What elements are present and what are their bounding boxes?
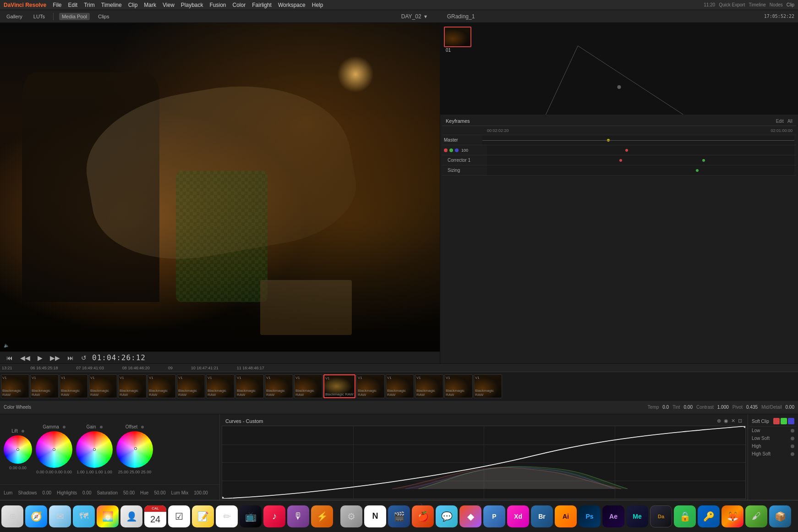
kf-dot-corrector1c[interactable]: [702, 159, 705, 162]
menu-playback[interactable]: Playback: [181, 2, 203, 8]
goto-end-btn[interactable]: ⏭: [66, 353, 76, 362]
kf-dot-corrector[interactable]: [625, 149, 628, 152]
next-frame-btn[interactable]: ▶▶: [48, 353, 62, 362]
menu-color[interactable]: Color: [233, 2, 246, 8]
dock-icon-notion[interactable]: N: [364, 505, 386, 527]
curve-point-end[interactable]: [743, 426, 746, 428]
dock-icon-maps[interactable]: 🗺: [73, 505, 95, 527]
list-item[interactable]: V1 Blackmagic RAW: [1, 374, 29, 398]
luts-btn[interactable]: LUTs: [31, 13, 48, 20]
list-item[interactable]: V1 Blackmagic RAW: [415, 374, 443, 398]
temp-value[interactable]: 0.0: [662, 405, 669, 410]
kf-dot-corrector1b[interactable]: [619, 159, 622, 162]
menu-mark[interactable]: Mark: [144, 2, 156, 8]
menu-view[interactable]: View: [163, 2, 175, 8]
list-item[interactable]: V1 Blackmagic RAW: [60, 374, 88, 398]
dock-icon-davinci[interactable]: Da: [650, 505, 672, 527]
list-item[interactable]: V1 Blackmagic RAW: [30, 374, 59, 398]
curve-point-start[interactable]: [222, 497, 224, 499]
dock-icon-reminders[interactable]: ☑: [168, 505, 190, 527]
timeline-btn[interactable]: Timeline: [749, 2, 765, 7]
dock-icon-firefox[interactable]: 🦊: [721, 505, 743, 527]
list-item[interactable]: V1 Blackmagic RAW: [148, 374, 176, 398]
contrast-value[interactable]: 1.000: [717, 405, 729, 410]
dock-icon-photoshop[interactable]: Ps: [579, 505, 601, 527]
prev-frame-btn[interactable]: ◀◀: [18, 353, 32, 362]
menu-davinci[interactable]: DaVinci Resolve: [4, 2, 46, 8]
menu-workspace[interactable]: Workspace: [278, 2, 306, 8]
curves-btn-4[interactable]: ⊡: [738, 418, 742, 424]
menu-fairlight[interactable]: Fairlight: [252, 2, 272, 8]
offset-wheel-dot[interactable]: [134, 447, 137, 450]
menu-help[interactable]: Help: [312, 2, 323, 8]
gain-wheel-dot[interactable]: [93, 448, 96, 451]
dock-icon-photos[interactable]: 🌅: [97, 505, 119, 527]
softclip-lowsoft-dot[interactable]: [791, 437, 794, 440]
dock-icon-systemprefs[interactable]: ⚙: [340, 505, 362, 527]
lift-wheel[interactable]: [4, 435, 32, 464]
lum-mix-value[interactable]: 100.00: [194, 490, 208, 495]
gamma-wheel[interactable]: [36, 431, 72, 468]
menu-clip[interactable]: Clip: [128, 2, 138, 8]
dock-icon-mela[interactable]: 🍎: [412, 505, 434, 527]
dock-icon-appletv[interactable]: 📺: [240, 505, 262, 527]
softclip-low-dot[interactable]: [791, 429, 794, 433]
dock-icon-screenbrush[interactable]: 🖌: [745, 505, 767, 527]
softclip-red[interactable]: [773, 418, 780, 424]
list-item[interactable]: V1 Blackmagic RAW: [444, 374, 473, 398]
gallery-btn[interactable]: Gallery: [4, 13, 25, 20]
highlights-value[interactable]: 0.00: [82, 490, 91, 495]
curves-btn-2[interactable]: ◉: [724, 418, 728, 424]
kf-all-btn[interactable]: All: [787, 119, 793, 124]
dock-icon-vpn[interactable]: 🔒: [674, 505, 696, 527]
dock-icon-proxyman[interactable]: P: [483, 505, 505, 527]
dock-icon-1password[interactable]: 🔑: [698, 505, 720, 527]
list-item[interactable]: V1 Blackmagic RAW: [206, 374, 235, 398]
dock-icon-notes[interactable]: 📝: [192, 505, 214, 527]
menu-trim[interactable]: Trim: [84, 2, 95, 8]
list-item[interactable]: V1 Blackmagic RAW: [265, 374, 293, 398]
dock-icon-mail[interactable]: ✉: [49, 505, 71, 527]
list-item[interactable]: V1 Blackmagic RAW: [89, 374, 117, 398]
dock-icon-messages[interactable]: 💬: [436, 505, 458, 527]
gamma-dot[interactable]: [63, 426, 66, 428]
gain-dot[interactable]: [100, 426, 103, 428]
tint-value[interactable]: 0.00: [684, 405, 693, 410]
kf-dot-sizing[interactable]: [696, 169, 699, 172]
dock-icon-calendar[interactable]: CAL 24: [144, 505, 166, 527]
dock-icon-contacts[interactable]: 👤: [120, 505, 142, 527]
dock-icon-illustrator[interactable]: Ai: [555, 505, 577, 527]
dock-icon-claquette[interactable]: 🎬: [388, 505, 410, 527]
softclip-green[interactable]: [781, 418, 787, 424]
list-item[interactable]: V1 Blackmagic RAW: [235, 374, 264, 398]
list-item[interactable]: V1 Blackmagic RAW: [474, 374, 502, 398]
list-item[interactable]: V1 Blackmagic RAW: [386, 374, 414, 398]
list-item[interactable]: V1 Blackmagic RAW: [118, 374, 147, 398]
softclip-highsoft-dot[interactable]: [791, 452, 794, 456]
lift-wheel-dot[interactable]: [16, 448, 19, 451]
mid-detail-value[interactable]: 0.00: [786, 405, 794, 410]
shadows-value[interactable]: 0.00: [43, 490, 51, 495]
curves-canvas[interactable]: [222, 426, 746, 499]
offset-dot[interactable]: [141, 426, 144, 428]
softclip-blue[interactable]: [788, 418, 794, 424]
menu-file[interactable]: File: [53, 2, 61, 8]
gain-wheel[interactable]: [76, 431, 113, 468]
loop-btn[interactable]: ↺: [79, 353, 88, 362]
nodes-btn[interactable]: Nodes: [770, 2, 783, 7]
dock-icon-bridge[interactable]: Br: [531, 505, 553, 527]
softclip-high-dot[interactable]: [791, 444, 794, 448]
clips-btn[interactable]: Clips: [95, 13, 112, 20]
dock-icon-music[interactable]: ♪: [263, 505, 285, 527]
play-btn[interactable]: ▶: [36, 353, 44, 362]
dock-icon-xd[interactable]: Xd: [507, 505, 529, 527]
list-item[interactable]: V1 Blackmagic RAW: [177, 374, 205, 398]
dock-icon-podcasts[interactable]: 🎙: [287, 505, 309, 527]
hue-value[interactable]: 50.00: [154, 490, 165, 495]
dock-icon-launchpad[interactable]: ⊞: [1, 505, 23, 527]
list-item[interactable]: V1 Blackmagic RAW: [323, 374, 355, 398]
dock-icon-aftereffects[interactable]: Ae: [602, 505, 624, 527]
curves-btn-1[interactable]: ⊕: [717, 418, 721, 424]
saturation-value[interactable]: 50.00: [123, 490, 135, 495]
pivot-value[interactable]: 0.435: [746, 405, 758, 410]
